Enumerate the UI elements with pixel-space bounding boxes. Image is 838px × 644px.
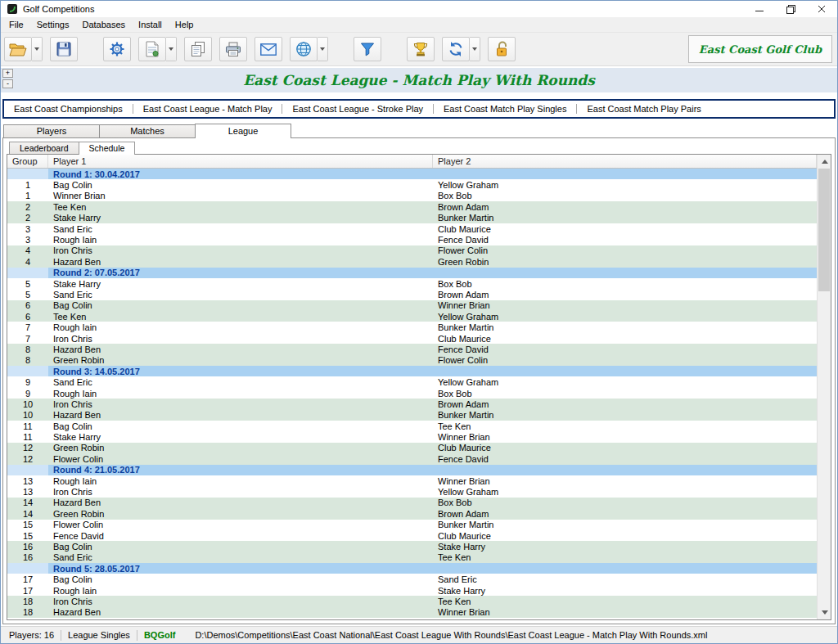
tool-group <box>488 37 516 61</box>
menu-item-settings[interactable]: Settings <box>30 19 76 30</box>
match-row[interactable]: 2Stake HarryBunker Martin <box>7 213 817 223</box>
match-row[interactable]: 13Rough IainWinner Brian <box>7 475 817 486</box>
menu-item-databases[interactable]: Databases <box>75 19 132 30</box>
match-row[interactable]: 10Iron ChrisBrown Adam <box>7 399 817 409</box>
title-bar[interactable]: Golf Competitions <box>1 1 837 17</box>
competition-tab[interactable]: East Coast League - Match Play <box>133 101 282 117</box>
match-row[interactable]: 9Rough IainBox Bob <box>7 388 817 399</box>
menu-item-file[interactable]: File <box>2 19 30 30</box>
match-row[interactable]: 3Sand EricClub Maurice <box>7 223 817 234</box>
match-row[interactable]: 12Flower ColinFence David <box>7 453 817 464</box>
competition-tab[interactable]: East Coast Match Play Pairs <box>577 101 710 117</box>
match-row[interactable]: 18Hazard BenWinner Brian <box>7 607 817 618</box>
match-row[interactable]: 6Tee KenYellow Graham <box>7 311 817 322</box>
competition-tab[interactable]: East Coast Match Play Singles <box>434 101 576 117</box>
publish-globe-dropdown[interactable] <box>318 37 328 61</box>
match-row[interactable]: 5Stake HarryBox Bob <box>7 278 817 289</box>
refresh-button[interactable] <box>442 37 470 61</box>
open-folder-button[interactable] <box>4 37 32 61</box>
maximize-button[interactable] <box>775 1 806 17</box>
tab-league[interactable]: League <box>195 124 291 138</box>
match-row[interactable]: 19Green RobinYellow Graham <box>7 618 817 619</box>
competition-tab[interactable]: East Coast League - Stroke Play <box>282 101 433 117</box>
sub-tab-bar: LeaderboardSchedule <box>3 141 835 154</box>
match-row[interactable]: 15Fence DavidClub Maurice <box>7 530 817 541</box>
zoom-out-button[interactable]: - <box>2 79 13 88</box>
print-button[interactable] <box>219 37 247 61</box>
player2-cell: Winner Brian <box>433 431 817 442</box>
email-button[interactable] <box>255 37 282 61</box>
tab-matches[interactable]: Matches <box>99 124 196 137</box>
player1-cell: Green Robin <box>48 355 433 366</box>
match-row[interactable]: 9Sand EricYellow Graham <box>7 376 817 387</box>
group-cell <box>7 563 48 574</box>
scrollbar-thumb[interactable] <box>818 169 830 291</box>
match-row[interactable]: 17Bag ColinSand Eric <box>7 574 817 584</box>
round-header-row[interactable]: Round 4: 21.05.2017 <box>7 465 817 475</box>
match-row[interactable]: 16Sand EricTee Ken <box>7 552 817 563</box>
tab-schedule[interactable]: Schedule <box>79 142 136 155</box>
open-folder-dropdown[interactable] <box>32 37 43 61</box>
competition-tab[interactable]: East Coast Championships <box>4 101 133 117</box>
close-button[interactable] <box>806 1 837 17</box>
match-row[interactable]: 17Rough IainStake Harry <box>7 585 817 596</box>
match-row[interactable]: 4Hazard BenGreen Robin <box>7 256 817 267</box>
scroll-up-button[interactable] <box>818 155 831 169</box>
match-row[interactable]: 1Bag ColinYellow Graham <box>7 179 817 190</box>
match-row[interactable]: 11Stake HarryWinner Brian <box>7 431 817 442</box>
round-header-row[interactable]: Round 2: 07.05.2017 <box>7 268 817 278</box>
match-row[interactable]: 4Iron ChrisFlower Colin <box>7 245 817 256</box>
zoom-in-button[interactable]: + <box>2 69 13 78</box>
report-button[interactable] <box>138 37 166 61</box>
refresh-dropdown[interactable] <box>470 37 480 61</box>
round-header-row[interactable]: Round 1: 30.04.2017 <box>7 169 817 179</box>
match-row[interactable]: 7Rough IainBunker Martin <box>7 322 817 332</box>
match-row[interactable]: 1Winner BrianBox Bob <box>7 191 817 201</box>
menu-item-install[interactable]: Install <box>132 19 169 30</box>
group-cell: 13 <box>7 475 48 486</box>
tab-players[interactable]: Players <box>3 124 100 137</box>
match-row[interactable]: 14Green RobinBrown Adam <box>7 508 817 519</box>
player2-cell: Fence David <box>433 453 817 464</box>
minimize-button[interactable] <box>744 1 775 17</box>
match-row[interactable]: 11Bag ColinTee Ken <box>7 421 817 431</box>
scroll-down-button[interactable] <box>818 606 831 619</box>
match-row[interactable]: 12Green RobinClub Maurice <box>7 443 817 453</box>
match-row[interactable]: 16Bag ColinStake Harry <box>7 541 817 552</box>
column-header-player1[interactable]: Player 1 <box>48 155 433 168</box>
player2-cell: Yellow Graham <box>433 486 817 497</box>
tab-leaderboard[interactable]: Leaderboard <box>9 142 79 154</box>
save-button[interactable] <box>50 37 78 61</box>
player2-cell: Box Bob <box>433 498 817 508</box>
match-row[interactable]: 2Tee KenBrown Adam <box>7 201 817 212</box>
group-cell: 7 <box>7 333 48 344</box>
match-row[interactable]: 8Green RobinFlower Colin <box>7 355 817 366</box>
match-row[interactable]: 18Iron ChrisTee Ken <box>7 596 817 606</box>
round-header-row[interactable]: Round 3: 14.05.2017 <box>7 366 817 376</box>
menu-item-help[interactable]: Help <box>169 19 200 30</box>
tool-group <box>138 37 177 61</box>
match-row[interactable]: 14Hazard BenBox Bob <box>7 498 817 508</box>
publish-globe-button[interactable] <box>290 37 318 61</box>
match-row[interactable]: 10Hazard BenBunker Martin <box>7 410 817 421</box>
refresh-icon <box>448 41 464 57</box>
report-dropdown[interactable] <box>166 37 177 61</box>
unlock-button[interactable] <box>488 37 516 61</box>
vertical-scrollbar[interactable] <box>817 155 831 619</box>
group-cell <box>7 366 48 376</box>
match-row[interactable]: 5Sand EricBrown Adam <box>7 289 817 299</box>
match-row[interactable]: 3Rough IainFence David <box>7 234 817 245</box>
copy-button[interactable] <box>184 37 212 61</box>
column-header-group[interactable]: Group <box>7 155 48 168</box>
match-row[interactable]: 7Iron ChrisClub Maurice <box>7 333 817 344</box>
filter-button[interactable] <box>354 37 381 61</box>
round-header-row[interactable]: Round 5: 28.05.2017 <box>7 563 817 574</box>
match-row[interactable]: 8Hazard BenFence David <box>7 344 817 354</box>
trophy-button[interactable] <box>407 37 435 61</box>
spacer <box>1 92 837 99</box>
match-row[interactable]: 13Iron ChrisYellow Graham <box>7 486 817 497</box>
column-header-player2[interactable]: Player 2 <box>433 155 817 168</box>
settings-gear-button[interactable] <box>103 37 131 61</box>
match-row[interactable]: 15Flower ColinBunker Martin <box>7 520 817 530</box>
match-row[interactable]: 6Bag ColinWinner Brian <box>7 300 817 311</box>
